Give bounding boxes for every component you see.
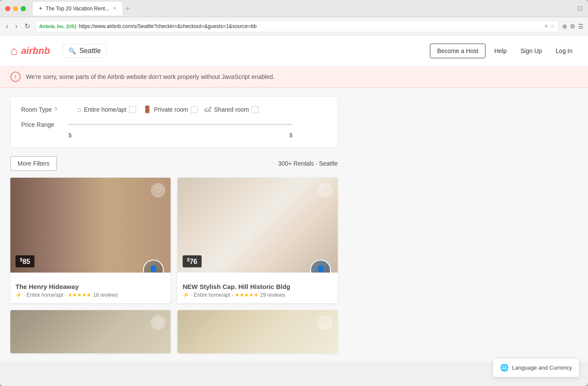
search-query: Seattle xyxy=(79,47,101,55)
room-type-options: ⌂ Entire home/apt 🚪 Private room 🛋 Share… xyxy=(77,105,258,113)
airbnb-logo-icon: ⌂ xyxy=(10,44,18,58)
listing-card[interactable]: ♡ $85 👤 The Henry Hideaway ⚡ · Entire ho… xyxy=(10,178,171,303)
forward-button[interactable]: › xyxy=(13,21,19,32)
url-bar[interactable]: Airbnb, Inc. [US] https://www.airbnb.com… xyxy=(35,20,559,32)
favorite-button[interactable]: ♡ xyxy=(318,315,333,330)
minimize-button[interactable] xyxy=(13,6,18,11)
listing-price: 85 xyxy=(22,258,30,265)
browser-tab[interactable]: ✈ The Top 20 Vacation Rent... ✕ xyxy=(33,2,122,16)
close-button[interactable] xyxy=(5,6,10,11)
listing-meta: ⚡ · Entire home/apt · ★★★★★ 18 reviews xyxy=(16,292,165,298)
settings-icon[interactable]: ⚙ xyxy=(570,23,576,30)
reload-button[interactable]: ↻ xyxy=(23,20,32,32)
listing-info: The Henry Hideaway ⚡ · Entire home/apt ·… xyxy=(10,273,171,303)
results-bar: More Filters 300+ Rentals · Seattle xyxy=(10,156,338,171)
signup-button[interactable]: Sign Up xyxy=(515,44,547,58)
private-room-label: Private room xyxy=(154,106,188,113)
rating-stars: ★★★★★ xyxy=(235,292,258,298)
airbnb-logo[interactable]: ⌂ airbnb xyxy=(10,44,50,58)
door-icon: 🚪 xyxy=(143,105,152,113)
review-count: 18 reviews xyxy=(93,292,118,298)
notice-text: We're sorry, some parts of the Airbnb we… xyxy=(26,73,275,80)
private-room-option[interactable]: 🚪 Private room xyxy=(143,105,198,113)
listing-title: NEW Stylish Cap. Hill Historic Bldg xyxy=(183,283,333,290)
warning-icon: ! xyxy=(10,72,21,82)
listing-image-container: ♡ $76 👤 xyxy=(177,178,338,273)
notice-bar: ! We're sorry, some parts of the Airbnb … xyxy=(0,66,588,88)
tab-favicon: ✈ xyxy=(39,6,42,11)
favorite-button[interactable]: ♡ xyxy=(151,315,165,330)
room-type-filter-row: Room Type ? ⌂ Entire home/apt 🚪 Private … xyxy=(21,105,327,113)
results-count: 300+ Rentals · Seattle xyxy=(278,160,338,167)
host-avatar-image: 👤 xyxy=(144,260,163,273)
address-bar: ‹ › ↻ Airbnb, Inc. [US] https://www.airb… xyxy=(0,17,588,35)
globe-icon: 🌐 xyxy=(500,364,509,372)
tab-close-button[interactable]: ✕ xyxy=(113,6,116,11)
review-count: 29 reviews xyxy=(260,292,285,298)
couch-icon: 🛋 xyxy=(205,106,212,113)
maximize-button[interactable] xyxy=(21,6,26,11)
listing-info: NEW Stylish Cap. Hill Historic Bldg ⚡ · … xyxy=(177,273,338,303)
listings-grid: ♡ $85 👤 The Henry Hideaway ⚡ · Entire ho… xyxy=(10,178,338,353)
listing-image-container: ♡ xyxy=(177,310,338,353)
header-nav: Become a Host Help Sign Up Log In xyxy=(430,44,578,58)
listing-image xyxy=(177,310,338,353)
listing-card[interactable]: ♡ xyxy=(10,310,171,353)
price-range-filter-row: Price Range $ $ xyxy=(21,120,327,138)
listing-card[interactable]: ♡ xyxy=(177,310,338,353)
shared-room-label: Shared room xyxy=(214,106,249,113)
search-icon: 🔍 xyxy=(68,47,76,54)
price-range-label: Price Range xyxy=(21,120,68,128)
window-controls: ⊡ xyxy=(577,4,583,13)
new-tab-button[interactable]: + xyxy=(122,5,133,13)
entire-home-option[interactable]: ⌂ Entire home/apt xyxy=(77,106,136,113)
language-currency-label: Language and Currency xyxy=(512,364,572,371)
app-header: ⌂ airbnb 🔍 Seattle Become a Host Help Si… xyxy=(0,35,588,66)
listing-image xyxy=(10,310,171,353)
rating-stars: ★★★★★ xyxy=(68,292,91,298)
browser-toolbar-icons: ⊕ ⚙ ☰ xyxy=(562,23,584,30)
extensions-icon: ⊕ xyxy=(562,23,567,30)
entire-home-label: Entire home/apt xyxy=(84,106,127,113)
price-range-content: $ $ xyxy=(68,120,327,138)
price-max-symbol: $ xyxy=(289,132,292,138)
back-button[interactable]: ‹ xyxy=(4,21,10,32)
clear-url-icon[interactable]: ✕ xyxy=(544,23,548,29)
price-min-symbol: $ xyxy=(68,132,72,138)
favorite-button[interactable]: ♡ xyxy=(318,183,333,198)
room-type-help-icon[interactable]: ? xyxy=(54,107,57,113)
private-room-checkbox[interactable] xyxy=(191,106,198,113)
browser-titlebar: ✈ The Top 20 Vacation Rent... ✕ + ⊡ xyxy=(0,0,588,17)
filters-panel: Room Type ? ⌂ Entire home/apt 🚪 Private … xyxy=(10,96,338,147)
login-button[interactable]: Log In xyxy=(551,44,578,58)
price-slider-track[interactable] xyxy=(68,124,292,125)
instant-book-icon: ⚡ xyxy=(183,292,189,298)
listing-price-badge: $76 xyxy=(183,255,202,267)
favorite-button[interactable]: ♡ xyxy=(151,183,165,198)
listing-card[interactable]: ♡ $76 👤 NEW Stylish Cap. Hill Historic B… xyxy=(177,178,338,303)
menu-icon[interactable]: ☰ xyxy=(578,23,584,30)
listing-price-badge: $85 xyxy=(16,255,34,267)
home-icon: ⌂ xyxy=(77,106,81,113)
main-content: Room Type ? ⌂ Entire home/apt 🚪 Private … xyxy=(0,88,588,362)
bookmark-icon[interactable]: ☆ xyxy=(550,23,555,29)
url-secure-label: Airbnb, Inc. [US] xyxy=(39,24,76,29)
price-slider-fill xyxy=(68,124,292,125)
url-text: https://www.airbnb.com/s/Seattle?checkin… xyxy=(79,23,257,29)
become-host-button[interactable]: Become a Host xyxy=(430,44,486,58)
browser-window: ✈ The Top 20 Vacation Rent... ✕ + ⊡ ‹ › … xyxy=(0,0,588,386)
airbnb-logo-text: airbnb xyxy=(21,45,50,56)
entire-home-checkbox[interactable] xyxy=(129,106,136,113)
shared-room-checkbox[interactable] xyxy=(252,106,258,113)
more-filters-button[interactable]: More Filters xyxy=(10,156,57,171)
price-labels: $ $ xyxy=(68,132,292,138)
shared-room-option[interactable]: 🛋 Shared room xyxy=(205,106,258,113)
listing-image-container: ♡ $85 👤 xyxy=(10,178,171,273)
listing-title: The Henry Hideaway xyxy=(16,283,165,290)
host-avatar-image: 👤 xyxy=(311,260,330,273)
language-currency-button[interactable]: 🌐 Language and Currency xyxy=(493,358,580,377)
url-action-icons: ✕ ☆ xyxy=(544,23,555,29)
help-button[interactable]: Help xyxy=(489,44,512,58)
search-bar[interactable]: 🔍 Seattle xyxy=(63,44,106,58)
tab-title: The Top 20 Vacation Rent... xyxy=(46,6,109,12)
